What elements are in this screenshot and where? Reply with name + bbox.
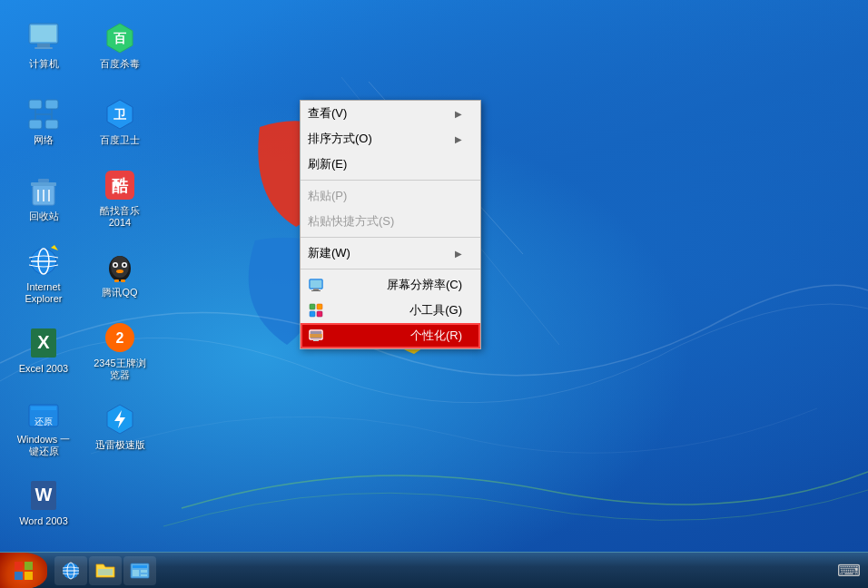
svg-text:还原: 还原 <box>35 416 53 426</box>
ctx-new[interactable]: 新建(W) ▶ <box>301 240 480 266</box>
ctx-sort[interactable]: 排序方式(O) ▶ <box>301 126 480 152</box>
screen-res-icon <box>308 277 324 293</box>
gadgets-icon <box>308 302 324 318</box>
svg-rect-69 <box>141 574 147 576</box>
ctx-paste[interactable]: 粘贴(P) <box>301 183 480 209</box>
icon-network[interactable]: 网络 <box>7 85 80 158</box>
ctx-screen-res[interactable]: 屏幕分辨率(C) <box>301 272 480 298</box>
svg-rect-68 <box>141 570 147 573</box>
svg-text:2: 2 <box>116 330 124 346</box>
icon-word2003[interactable]: W Word 2003 <box>7 466 80 539</box>
icon-label: InternetExplorer <box>25 281 63 305</box>
svg-rect-58 <box>25 562 33 570</box>
icon-label: 2345王牌浏览器 <box>94 358 145 381</box>
svg-rect-55 <box>310 334 322 338</box>
svg-rect-48 <box>311 290 321 291</box>
ctx-arrow-sort: ▶ <box>455 134 462 144</box>
icon-ie[interactable]: InternetExplorer <box>7 238 80 310</box>
icon-label: 百度杀毒 <box>100 58 140 70</box>
taskbar: ⌨ <box>0 552 868 588</box>
svg-rect-57 <box>15 562 23 570</box>
icon-label: 百度卫士 <box>100 134 140 146</box>
icon-win-restore[interactable]: 还原 Windows 一键还原 <box>7 390 80 463</box>
icon-label: 迅雷极速版 <box>95 439 145 451</box>
windows-flag-icon <box>13 560 35 582</box>
ctx-sep-3 <box>301 269 480 270</box>
icon-qq[interactable]: 腾讯QQ <box>84 238 156 310</box>
svg-rect-66 <box>133 565 147 568</box>
icon-baidu-antivirus[interactable]: 百 百度杀毒 <box>84 9 156 82</box>
icon-baidu-guard[interactable]: 卫 百度卫士 <box>84 85 156 158</box>
icon-excel[interactable]: X Excel 2003 <box>7 314 80 387</box>
ctx-paste-shortcut[interactable]: 粘贴快捷方式(S) <box>301 209 480 234</box>
icon-computer[interactable]: 计算机 <box>7 9 80 82</box>
ctx-refresh[interactable]: 刷新(E) <box>301 152 480 177</box>
svg-rect-49 <box>310 304 315 309</box>
svg-rect-17 <box>31 182 56 186</box>
taskbar-explorer[interactable] <box>89 556 122 585</box>
keyboard-icon: ⌨ <box>837 561 861 581</box>
icon-browser2345[interactable]: 2 2345王牌浏览器 <box>84 314 156 387</box>
svg-rect-10 <box>29 120 42 129</box>
svg-text:酷: 酷 <box>112 177 129 195</box>
icon-xunlei[interactable]: 迅雷极速版 <box>84 390 156 463</box>
ctx-arrow-new: ▶ <box>455 249 462 259</box>
svg-rect-56 <box>313 339 319 341</box>
context-menu: 查看(V) ▶ 排序方式(O) ▶ 刷新(E) 粘贴(P) 粘贴快捷方式(S) … <box>300 100 481 349</box>
icon-label: Windows 一键还原 <box>17 434 71 457</box>
svg-text:W: W <box>35 485 53 505</box>
svg-rect-50 <box>317 304 322 309</box>
taskbar-right: ⌨ <box>830 553 868 588</box>
desktop: 计算机 百 百度杀毒 <box>0 0 868 588</box>
icon-label: 腾讯QQ <box>102 287 137 299</box>
icon-kugou[interactable]: 酷 酷找音乐2014 <box>84 162 156 234</box>
ctx-personalize[interactable]: 个性化(R) <box>301 323 480 348</box>
svg-text:百: 百 <box>113 31 127 45</box>
ctx-sep-2 <box>301 237 480 238</box>
personalize-icon <box>308 328 324 344</box>
ctx-sep-1 <box>301 180 480 181</box>
ctx-arrow-view: ▶ <box>455 109 462 119</box>
start-button[interactable] <box>0 553 47 589</box>
svg-rect-41 <box>31 407 56 410</box>
taskbar-file-manager[interactable] <box>123 556 156 585</box>
icon-label: 酷找音乐2014 <box>100 205 140 229</box>
svg-rect-8 <box>29 100 42 109</box>
desktop-icons: 计算机 百 百度杀毒 <box>7 9 156 539</box>
svg-rect-51 <box>310 311 315 317</box>
svg-text:卫: 卫 <box>113 107 127 122</box>
svg-rect-52 <box>317 311 322 317</box>
svg-rect-6 <box>35 47 53 49</box>
svg-rect-46 <box>311 280 321 288</box>
svg-point-31 <box>114 264 117 267</box>
icon-label: 网络 <box>34 134 54 146</box>
icon-label: Excel 2003 <box>19 363 68 375</box>
svg-rect-9 <box>45 100 58 109</box>
svg-text:X: X <box>37 332 50 352</box>
svg-point-33 <box>116 270 123 273</box>
icon-label: 回收站 <box>29 211 59 222</box>
svg-point-32 <box>123 264 126 267</box>
svg-rect-60 <box>25 572 33 580</box>
svg-rect-35 <box>121 279 125 282</box>
svg-rect-47 <box>313 289 319 290</box>
svg-rect-5 <box>37 44 50 47</box>
svg-rect-64 <box>98 569 113 575</box>
svg-rect-34 <box>114 279 119 282</box>
svg-rect-4 <box>31 25 56 42</box>
svg-rect-18 <box>38 179 49 182</box>
ctx-view[interactable]: 查看(V) ▶ <box>301 101 480 126</box>
svg-rect-59 <box>15 572 23 580</box>
taskbar-items <box>51 553 830 588</box>
icon-label: Word 2003 <box>19 515 68 527</box>
ctx-gadgets[interactable]: 小工具(G) <box>301 298 480 323</box>
svg-rect-67 <box>133 570 139 576</box>
taskbar-ie[interactable] <box>54 556 87 585</box>
icon-recycle[interactable]: 回收站 <box>7 162 80 234</box>
icon-label: 计算机 <box>29 58 59 70</box>
svg-rect-11 <box>45 120 58 129</box>
